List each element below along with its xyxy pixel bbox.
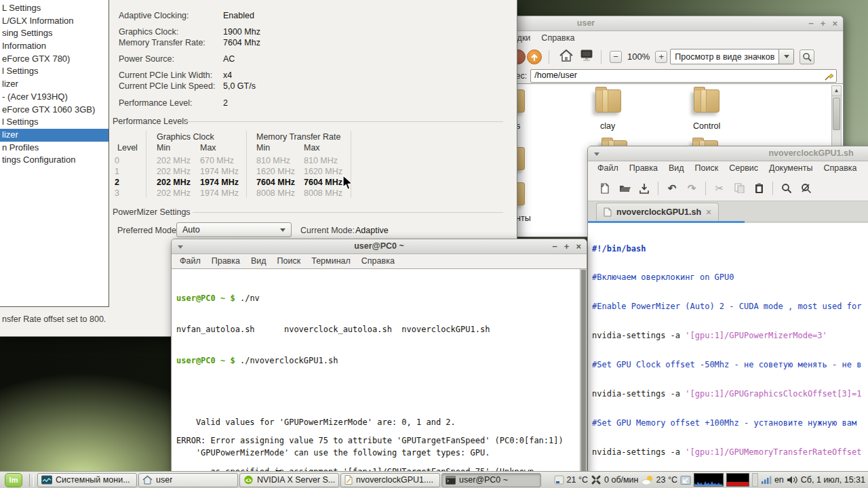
scrollbar-thumb[interactable] (581, 270, 586, 488)
up-icon[interactable] (527, 49, 542, 64)
maximize-button[interactable]: + (821, 18, 826, 30)
copy-icon[interactable] (733, 182, 745, 195)
editor-menu-documents[interactable]: Документы (764, 161, 818, 176)
taskbar-button-editor[interactable]: nvoverclockGPU1.... (340, 473, 440, 487)
terminal-menu-file[interactable]: Файл (174, 254, 206, 268)
taskbar-button-system-monitor[interactable]: Системный мони... (37, 473, 137, 487)
mouse-cursor (342, 175, 353, 191)
tab-close-icon[interactable]: × (706, 207, 711, 218)
terminal-menu-view[interactable]: Вид (245, 254, 272, 268)
editor-menu-tools[interactable]: Сервис (724, 161, 764, 176)
sidebar-item[interactable]: l Settings (0, 116, 108, 129)
gpu-temperature[interactable]: 21 °C (567, 475, 588, 485)
terminal-menu-help[interactable]: Справка (356, 254, 400, 268)
gpu-temp-applet-icon[interactable] (554, 475, 564, 485)
open-document-icon[interactable] (618, 182, 631, 195)
sidebar-item[interactable]: lizer (0, 78, 108, 91)
menu-button[interactable]: lm (2, 472, 25, 488)
find-replace-icon[interactable] (800, 182, 812, 195)
preferred-mode-dropdown[interactable]: Auto (176, 222, 292, 237)
folder-label[interactable]: Control (693, 121, 720, 131)
folder-icon[interactable] (595, 89, 621, 113)
panel-handle[interactable] (29, 474, 34, 487)
close-button[interactable]: × (832, 18, 837, 30)
cut-icon[interactable]: ✂ (713, 182, 726, 195)
fan-speed[interactable]: 0 об/мин (604, 475, 639, 485)
folder-label[interactable]: нты (516, 214, 531, 223)
terminal-output-area[interactable]: user@PC0 ~ $ ./nv nvfan_autoloa.sh nvove… (172, 268, 587, 488)
computer-icon[interactable] (579, 49, 594, 65)
clear-broom-icon[interactable] (824, 71, 834, 81)
info-value: 7604 Mhz (223, 38, 260, 47)
folder-label[interactable]: clay (600, 121, 615, 131)
info-value: 2 (223, 98, 228, 108)
weather-icon[interactable] (642, 475, 654, 485)
sidebar-item[interactable]: L Settings (0, 2, 108, 15)
folder-icon[interactable] (694, 89, 719, 113)
terminal-scrollbar[interactable] (580, 269, 587, 488)
terminal-menu-search[interactable]: Поиск (272, 254, 307, 268)
zoom-out-button[interactable]: − (610, 51, 622, 63)
view-mode-dropdown[interactable]: Просмотр в виде значков (670, 49, 794, 64)
home-icon[interactable] (559, 49, 574, 65)
undo-icon[interactable]: ↶ (666, 182, 678, 195)
sidebar-item[interactable]: n Profiles (0, 142, 108, 155)
scrollbar-thumb[interactable] (833, 98, 840, 130)
scroll-up-icon[interactable]: ▲ (832, 86, 841, 96)
keyboard-layout[interactable]: en (774, 475, 784, 485)
mint-logo-icon: lm (5, 473, 22, 487)
fan-icon[interactable] (591, 474, 601, 485)
sidebar-item[interactable]: eForce GTX 780) (0, 53, 108, 66)
editor-text-area[interactable]: #!/bin/bash #Включаем оверклокинг on GPU… (588, 223, 868, 488)
save-document-icon[interactable] (638, 182, 650, 195)
editor-menu-file[interactable]: Файл (592, 161, 624, 176)
paste-icon[interactable] (753, 182, 765, 195)
editor-tab[interactable]: nvoverclockGPU1.sh × (596, 203, 719, 221)
find-icon[interactable] (781, 182, 793, 195)
sidebar-item[interactable]: tings Configuration (0, 154, 108, 167)
editor-menu-search[interactable]: Поиск (690, 161, 724, 176)
nvidia-sidebar[interactable]: L Settings L/GLX Information sing Settin… (0, 0, 109, 307)
editor-menu-view[interactable]: Вид (663, 161, 690, 176)
minimize-button[interactable]: − (552, 241, 557, 253)
new-document-icon[interactable] (599, 182, 611, 195)
terminal-window[interactable]: user@PC0 ~ − + × Файл Правка Вид Поиск Т… (171, 239, 587, 488)
frame-line (193, 212, 503, 213)
sidebar-item-powermizer-selected[interactable]: lizer (0, 129, 108, 142)
network-signal-icon[interactable] (761, 475, 772, 485)
code-line: #Set GPU Clock offset -50Mhz - не совету… (592, 360, 868, 369)
sidebar-item[interactable]: - (Acer V193HQ) (0, 91, 108, 104)
table-cell: 670 MHz (200, 156, 234, 165)
sidebar-item[interactable]: l Settings (0, 65, 108, 78)
sidebar-item[interactable]: Information (0, 40, 108, 53)
redo-icon[interactable]: ↷ (686, 182, 698, 195)
terminal-titlebar[interactable]: user@PC0 ~ − + × (172, 239, 587, 254)
close-button[interactable]: × (576, 241, 581, 253)
sidebar-item[interactable]: sing Settings (0, 27, 108, 40)
minimize-button[interactable]: − (808, 18, 814, 30)
clock[interactable]: Сб, 1 июл, 15:31 (801, 475, 865, 485)
editor-menu-help[interactable]: Справка (818, 161, 862, 176)
volume-icon[interactable] (787, 475, 798, 485)
terminal-menu-terminal[interactable]: Терминал (306, 254, 356, 268)
applet-divider[interactable] (752, 473, 758, 487)
zoom-in-button[interactable]: + (655, 51, 667, 63)
sidebar-item[interactable]: eForce GTX 1060 3GB) (0, 104, 108, 117)
cpu-history-graph[interactable] (694, 473, 724, 487)
taskbar-button-nvidia-settings[interactable]: NVIDIA X Server S... (239, 473, 339, 487)
text-editor-window[interactable]: nvoverclockGPU1.sh Файл Правка Вид Поиск… (587, 146, 868, 488)
sidebar-item[interactable]: L/GLX Information (0, 15, 108, 28)
weather-temperature[interactable]: 23 °C (656, 475, 677, 485)
fm-menu-help[interactable]: Справка (536, 31, 580, 45)
editor-titlebar[interactable]: nvoverclockGPU1.sh (588, 146, 868, 161)
maximize-button[interactable]: + (564, 241, 570, 253)
editor-menu-edit[interactable]: Правка (624, 161, 663, 176)
window-applet-icon[interactable] (680, 475, 691, 485)
taskbar-button-file-manager[interactable]: user (138, 473, 238, 487)
taskbar-button-terminal-active[interactable]: user@PC0 ~ (441, 473, 541, 487)
address-input[interactable]: /home/user (530, 69, 837, 83)
network-history-graph[interactable] (726, 473, 749, 487)
terminal-menu-edit[interactable]: Правка (206, 254, 245, 268)
chevron-down-icon[interactable] (778, 49, 793, 64)
search-button[interactable] (800, 49, 814, 64)
